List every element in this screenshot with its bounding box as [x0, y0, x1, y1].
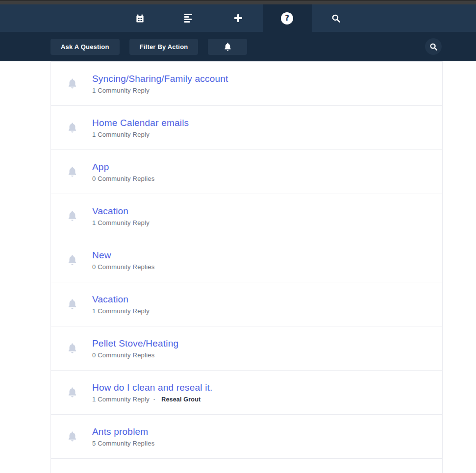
- bell-icon: [67, 122, 77, 133]
- bell-icon: [67, 78, 77, 89]
- question-meta: 1 Community Reply: [92, 131, 189, 138]
- question-title-link[interactable]: How do I clean and reseal it.: [92, 382, 213, 394]
- notifications-button[interactable]: [208, 39, 247, 55]
- bell-icon: [67, 387, 77, 398]
- reply-count: 0 Community Replies: [92, 351, 154, 359]
- question-title-link[interactable]: App: [92, 161, 154, 173]
- bell-icon: [67, 254, 77, 266]
- reply-count: 1 Community Reply: [92, 396, 150, 403]
- question-title-link[interactable]: Syncing/Sharing/Family account: [92, 73, 228, 85]
- next-row-partial: [51, 459, 442, 473]
- question-title-link[interactable]: Ants problem: [92, 426, 154, 438]
- bell-icon: [224, 42, 232, 51]
- question-meta: 5 Community Replies: [92, 440, 154, 447]
- question-row[interactable]: Ants problem 5 Community Replies: [51, 415, 442, 459]
- question-list: Syncing/Sharing/Family account 1 Communi…: [50, 61, 443, 473]
- question-text-block: Home Calendar emails 1 Community Reply: [92, 117, 189, 138]
- tab-help[interactable]: ?: [263, 4, 312, 32]
- question-title-link[interactable]: New: [92, 249, 154, 261]
- question-text-block: Ants problem 5 Community Replies: [92, 426, 154, 447]
- question-meta: 1 Community Reply: [92, 87, 228, 94]
- browser-strip: [0, 0, 476, 4]
- question-row[interactable]: Vacation 1 Community Reply: [51, 194, 442, 238]
- search-icon: [331, 14, 341, 23]
- tab-calendar[interactable]: [116, 4, 165, 32]
- question-meta: 0 Community Replies: [92, 351, 178, 359]
- question-row[interactable]: Pellet Stove/Heating 0 Community Replies: [51, 326, 442, 371]
- question-title-link[interactable]: Vacation: [92, 294, 150, 305]
- question-row[interactable]: App 0 Community Replies: [51, 150, 442, 194]
- question-text-block: Vacation 1 Community Reply: [92, 294, 150, 315]
- question-row[interactable]: How do I clean and reseal it. 1 Communit…: [51, 371, 442, 415]
- question-meta: 0 Community Replies: [92, 263, 154, 271]
- question-title-link[interactable]: Vacation: [92, 205, 150, 217]
- question-meta: 0 Community Replies: [92, 175, 154, 182]
- screen: ? Ask A Question Filter By Action: [0, 0, 476, 473]
- reply-count: 1 Community Reply: [92, 219, 150, 226]
- bell-icon: [67, 166, 77, 177]
- help-icon: ?: [281, 12, 293, 25]
- question-meta: 1 Community Reply: [92, 219, 150, 226]
- bell-icon: [67, 299, 77, 310]
- question-row[interactable]: Home Calendar emails 1 Community Reply: [51, 106, 442, 150]
- search-button[interactable]: [425, 38, 442, 55]
- reply-count: 1 Community Reply: [92, 87, 150, 94]
- reply-count: 0 Community Replies: [92, 175, 154, 182]
- bell-icon: [67, 210, 77, 222]
- question-tag: Reseal Grout: [161, 396, 200, 403]
- bell-icon: [67, 343, 77, 354]
- bell-icon: [67, 431, 77, 442]
- primary-nav: ?: [0, 4, 476, 32]
- reply-count: 1 Community Reply: [92, 307, 150, 315]
- tab-list[interactable]: [165, 4, 214, 32]
- secondary-nav: Ask A Question Filter By Action: [0, 32, 476, 61]
- question-row[interactable]: New 0 Community Replies: [51, 238, 442, 282]
- question-text-block: How do I clean and reseal it. 1 Communit…: [92, 382, 213, 403]
- tab-add[interactable]: [214, 4, 263, 32]
- question-title-link[interactable]: Pellet Stove/Heating: [92, 338, 178, 349]
- primary-nav-tabs: ?: [116, 4, 361, 32]
- calendar-icon: [135, 14, 145, 23]
- reply-count: 0 Community Replies: [92, 263, 154, 271]
- page-body: Syncing/Sharing/Family account 1 Communi…: [0, 61, 476, 473]
- question-text-block: Syncing/Sharing/Family account 1 Communi…: [92, 73, 228, 94]
- list-icon: [184, 14, 194, 23]
- meta-separator: ·: [153, 396, 156, 403]
- tab-search[interactable]: [312, 4, 361, 32]
- question-title-link[interactable]: Home Calendar emails: [92, 117, 189, 129]
- question-row[interactable]: Vacation 1 Community Reply: [51, 282, 442, 326]
- question-meta: 1 Community Reply · Reseal Grout: [92, 396, 213, 403]
- ask-a-question-button[interactable]: Ask A Question: [50, 39, 120, 55]
- filter-by-action-button[interactable]: Filter By Action: [129, 39, 199, 55]
- question-row[interactable]: Syncing/Sharing/Family account 1 Communi…: [51, 62, 442, 106]
- question-text-block: Pellet Stove/Heating 0 Community Replies: [92, 338, 178, 359]
- search-icon: [429, 43, 438, 51]
- reply-count: 5 Community Replies: [92, 440, 154, 447]
- reply-count: 1 Community Reply: [92, 131, 150, 138]
- question-text-block: Vacation 1 Community Reply: [92, 205, 150, 226]
- plus-icon: [234, 14, 243, 23]
- question-tag-wrap: · Reseal Grout: [150, 396, 201, 403]
- question-text-block: App 0 Community Replies: [92, 161, 154, 182]
- question-meta: 1 Community Reply: [92, 307, 150, 315]
- question-text-block: New 0 Community Replies: [92, 249, 154, 271]
- question-rows: Syncing/Sharing/Family account 1 Communi…: [51, 62, 442, 459]
